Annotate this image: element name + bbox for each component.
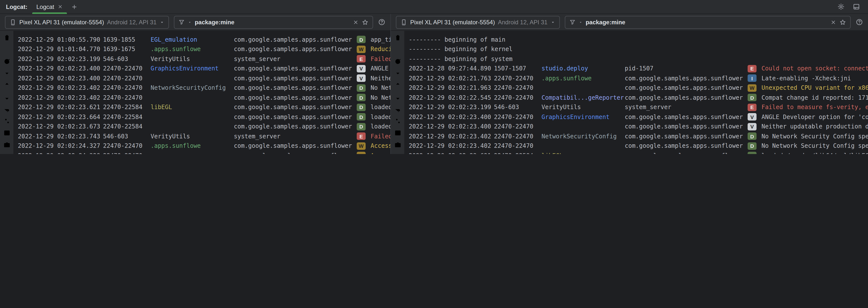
favorite-filter-icon[interactable]: [362, 19, 369, 26]
log-row[interactable]: 2022-12-29 02:02:23.40222470-22470com.go…: [409, 141, 868, 151]
filter-query[interactable]: package:mine: [195, 19, 350, 26]
restart-icon[interactable]: [3, 58, 11, 65]
tab-underline: [32, 12, 67, 13]
scroll-end-icon[interactable]: [394, 69, 402, 77]
log-row[interactable]: 2022-12-29 02:02:23.62122470-22584libEGL…: [18, 103, 391, 112]
log-message: Failed to measure fs-verity, errno 1: /d…: [762, 104, 868, 111]
log-row[interactable]: 2022-12-29 02:02:23.743546-603VerityUtil…: [18, 132, 391, 141]
log-row[interactable]: 2022-12-29 02:02:23.62122470-22584libEGL…: [409, 151, 868, 154]
log-row[interactable]: 2022-12-29 02:02:22.54522470-22470Compat…: [409, 93, 868, 103]
log-row[interactable]: 2022-12-29 02:02:23.199546-603VerityUtil…: [409, 103, 868, 112]
arrow-up-icon[interactable]: [3, 81, 11, 89]
log-row[interactable]: 2022-12-29 02:02:23.67322470-22584com.go…: [18, 122, 391, 132]
log-pid-tid: 22470-22584: [103, 104, 151, 111]
log-row[interactable]: 2022-12-29 02:02:23.40022470-22470Graphi…: [409, 112, 868, 122]
filter-funnel-icon[interactable]: [178, 19, 185, 25]
video-icon[interactable]: [394, 153, 402, 154]
filter-funnel-icon[interactable]: [569, 19, 576, 25]
log-message: loaded /vendor/lib64/egl/libEGL_emulatio…: [762, 152, 868, 154]
filter-query[interactable]: package:mine: [586, 19, 827, 26]
log-level-badge: D: [357, 123, 366, 131]
log-row[interactable]: 2022-12-29 02:02:23.40022470-22470Graphi…: [18, 64, 391, 74]
new-tab-button[interactable]: [71, 3, 78, 10]
log-divider-row[interactable]: --------- beginning of main: [409, 35, 868, 45]
filter-chevron-icon: [579, 20, 583, 24]
log-row[interactable]: 2022-12-29 02:02:23.40222470-22470Networ…: [18, 83, 391, 93]
log-level-badge: E: [357, 133, 366, 140]
log-divider-row[interactable]: --------- beginning of kernel: [409, 45, 868, 54]
soft-wrap-icon[interactable]: [3, 105, 11, 113]
pause-icon[interactable]: [3, 46, 11, 54]
log-row[interactable]: 2022-12-29 02:02:24.32822470-22470com.go…: [18, 151, 391, 154]
toolwindow-header: Logcat: Logcat: [0, 0, 868, 14]
tab-close-icon[interactable]: [58, 4, 63, 9]
split-icon[interactable]: [394, 129, 402, 137]
log-row[interactable]: 2022-12-28 09:27:44.8901507-1507studio.d…: [409, 64, 868, 74]
help-icon[interactable]: [378, 18, 385, 26]
log-pid-tid: 22470-22470: [494, 75, 541, 82]
settings-gear-icon[interactable]: [837, 3, 845, 10]
log-message: loaded /vendor/lib64/egl/libGLESv2_emula…: [371, 123, 391, 130]
log-row[interactable]: 2022-12-29 02:02:23.40022470-22470com.go…: [18, 74, 391, 83]
log-package: com.google.samples.apps.sunflower: [234, 104, 357, 111]
help-icon[interactable]: [856, 18, 863, 26]
panel-toolbar: Pixel XL API 31 (emulator-5554) Android …: [391, 14, 868, 31]
log-package: pid-1507: [625, 65, 748, 72]
filter-input[interactable]: package:mine: [174, 16, 373, 29]
log-message: Late-enabling -Xcheck:jni: [762, 75, 868, 82]
camera-icon[interactable]: [3, 141, 11, 149]
tab-logcat[interactable]: Logcat: [31, 0, 68, 13]
trash-icon[interactable]: [3, 34, 11, 41]
log-package: com.google.samples.apps.sunflower: [234, 85, 357, 91]
log-timestamp: 2022-12-29 02:02:23.621: [18, 104, 103, 111]
clear-filter-icon[interactable]: [830, 19, 836, 25]
tab-label: Logcat: [36, 3, 54, 10]
camera-icon[interactable]: [394, 141, 402, 149]
log-pid-tid: 22470-22470: [103, 94, 151, 101]
split-icon[interactable]: [3, 129, 11, 137]
restart-icon[interactable]: [394, 58, 402, 65]
arrow-up-icon[interactable]: [394, 81, 402, 89]
log-tag: Compatibil...geReporter: [541, 94, 625, 101]
video-icon[interactable]: [3, 153, 11, 154]
log-divider-row[interactable]: --------- beginning of system: [409, 54, 868, 64]
device-selector[interactable]: Pixel XL API 31 (emulator-5554) Android …: [5, 16, 169, 29]
log-message: No Network Security Config specified, us…: [762, 133, 868, 140]
hide-toolwindow-icon[interactable]: [852, 3, 860, 10]
scroll-end-icon[interactable]: [3, 69, 11, 77]
device-phone-icon: [400, 19, 407, 26]
log-row[interactable]: 2022-12-29 02:02:23.40222470-22470Networ…: [409, 132, 868, 141]
log-row[interactable]: 2022-12-29 02:02:23.199546-603VerityUtil…: [18, 54, 391, 64]
log-row[interactable]: 2022-12-29 02:02:24.32722470-22470.apps.…: [18, 141, 391, 151]
panel-toolbar: Pixel XL API 31 (emulator-5554) Android …: [0, 14, 391, 31]
trash-icon[interactable]: [394, 34, 402, 41]
log-pid-tid: 1639-1675: [103, 46, 151, 53]
settings-icon[interactable]: [394, 117, 402, 125]
log-pid-tid: 22470-22470: [494, 94, 541, 101]
soft-wrap-icon[interactable]: [394, 105, 402, 113]
device-phone-icon: [9, 19, 17, 26]
log-row[interactable]: 2022-12-29 02:02:21.76322470-22470.apps.…: [409, 74, 868, 83]
settings-icon[interactable]: [3, 117, 11, 125]
log-row[interactable]: 2022-12-29 01:01:04.7701639-1675.apps.su…: [18, 45, 391, 54]
log-level-badge: E: [748, 104, 756, 111]
log-row[interactable]: 2022-12-29 02:02:23.66422470-22584com.go…: [18, 112, 391, 122]
log-row[interactable]: 2022-12-29 01:00:55.7901639-1855EGL_emul…: [18, 35, 391, 45]
log-message: loaded /vendor/lib64/egl/libEGL_emulatio…: [371, 104, 391, 111]
arrow-down-icon[interactable]: [3, 93, 11, 101]
arrow-down-icon[interactable]: [394, 93, 402, 101]
log-row[interactable]: 2022-12-29 02:02:21.96322470-22470com.go…: [409, 83, 868, 93]
favorite-filter-icon[interactable]: [839, 19, 846, 26]
log-row[interactable]: 2022-12-29 02:02:23.40222470-22470com.go…: [18, 93, 391, 103]
log-tag: NetworkSecurityConfig: [151, 85, 234, 91]
device-selector[interactable]: Pixel XL API 31 (emulator-5554) Android …: [396, 16, 560, 29]
log-timestamp: 2022-12-29 02:02:23.400: [409, 114, 494, 120]
pause-icon[interactable]: [394, 46, 402, 54]
log-tag: GraphicsEnvironment: [151, 65, 234, 72]
filter-input[interactable]: package:mine: [565, 16, 851, 29]
log-row[interactable]: 2022-12-29 02:02:23.40022470-22470com.go…: [409, 122, 868, 132]
log-package: com.google.samples.apps.sunflower: [234, 65, 357, 72]
log-level-badge: W: [357, 46, 366, 53]
clear-filter-icon[interactable]: [353, 19, 359, 25]
log-pid-tid: 22470-22584: [103, 123, 151, 130]
